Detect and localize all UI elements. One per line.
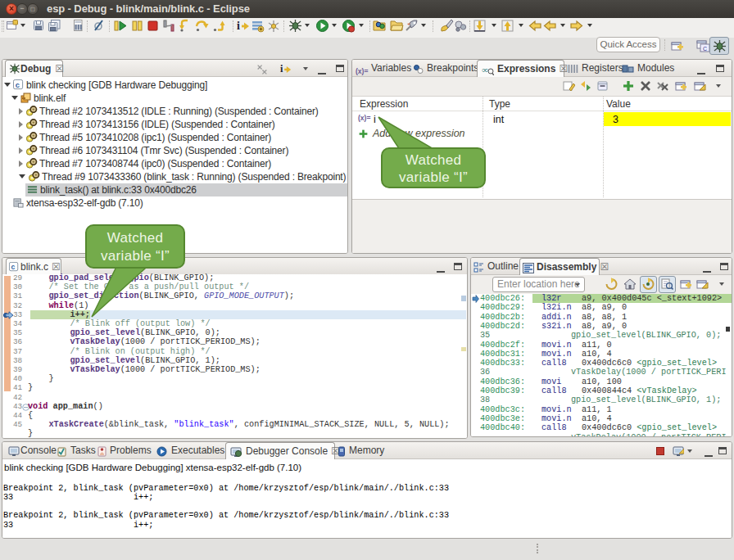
svg-text:i: i: [237, 20, 240, 32]
svg-text:C: C: [703, 46, 707, 52]
svg-text:Watched: Watched: [406, 152, 462, 168]
svg-text:variable “I”: variable “I”: [101, 248, 170, 264]
svg-text:Watched: Watched: [107, 230, 164, 246]
svg-text:c: c: [11, 263, 16, 271]
svg-text:∞: ∞: [482, 65, 488, 75]
svg-text:variable “I”: variable “I”: [399, 169, 468, 185]
svg-text:i: i: [280, 63, 283, 75]
svg-text:c: c: [16, 81, 20, 89]
